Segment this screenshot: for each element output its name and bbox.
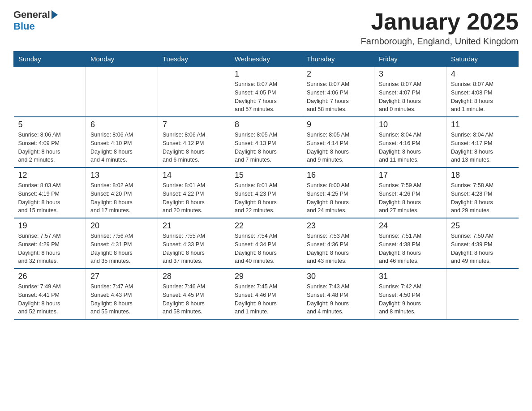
day-info: Sunrise: 8:04 AM Sunset: 4:16 PM Dayligh…	[379, 131, 442, 164]
day-number: 24	[379, 221, 442, 231]
day-number: 18	[451, 171, 514, 180]
day-cell	[158, 67, 230, 117]
day-number: 26	[18, 272, 82, 281]
day-info: Sunrise: 8:02 AM Sunset: 4:20 PM Dayligh…	[90, 181, 153, 215]
day-cell: 27Sunrise: 7:47 AM Sunset: 4:43 PM Dayli…	[86, 269, 158, 319]
day-cell: 2Sunrise: 8:07 AM Sunset: 4:06 PM Daylig…	[302, 67, 374, 117]
day-cell: 18Sunrise: 7:58 AM Sunset: 4:28 PM Dayli…	[446, 167, 519, 218]
day-number: 7	[163, 120, 225, 129]
week-row-3: 12Sunrise: 8:03 AM Sunset: 4:19 PM Dayli…	[14, 167, 519, 218]
day-info: Sunrise: 7:45 AM Sunset: 4:46 PM Dayligh…	[235, 283, 297, 316]
day-number: 12	[18, 171, 82, 180]
day-number: 17	[379, 171, 442, 180]
day-number: 28	[163, 272, 225, 281]
day-info: Sunrise: 7:58 AM Sunset: 4:28 PM Dayligh…	[451, 181, 514, 215]
day-number: 22	[235, 221, 297, 231]
day-number: 13	[90, 171, 153, 180]
day-number: 20	[90, 221, 153, 231]
day-info: Sunrise: 7:59 AM Sunset: 4:26 PM Dayligh…	[379, 181, 442, 215]
day-cell: 10Sunrise: 8:04 AM Sunset: 4:16 PM Dayli…	[374, 117, 446, 167]
day-info: Sunrise: 7:56 AM Sunset: 4:31 PM Dayligh…	[90, 232, 153, 265]
header-friday: Friday	[374, 51, 446, 67]
day-info: Sunrise: 8:07 AM Sunset: 4:05 PM Dayligh…	[235, 80, 297, 114]
week-row-2: 5Sunrise: 8:06 AM Sunset: 4:09 PM Daylig…	[14, 117, 519, 167]
day-info: Sunrise: 8:07 AM Sunset: 4:06 PM Dayligh…	[307, 80, 369, 114]
day-cell: 16Sunrise: 8:00 AM Sunset: 4:25 PM Dayli…	[302, 167, 374, 218]
day-info: Sunrise: 7:53 AM Sunset: 4:36 PM Dayligh…	[307, 232, 369, 265]
day-cell: 8Sunrise: 8:05 AM Sunset: 4:13 PM Daylig…	[230, 117, 302, 167]
calendar-body: 1Sunrise: 8:07 AM Sunset: 4:05 PM Daylig…	[14, 67, 519, 320]
day-cell: 14Sunrise: 8:01 AM Sunset: 4:22 PM Dayli…	[158, 167, 230, 218]
day-number: 21	[163, 221, 225, 231]
day-info: Sunrise: 7:50 AM Sunset: 4:39 PM Dayligh…	[451, 232, 514, 265]
day-cell: 24Sunrise: 7:51 AM Sunset: 4:38 PM Dayli…	[374, 218, 446, 269]
day-cell: 23Sunrise: 7:53 AM Sunset: 4:36 PM Dayli…	[302, 218, 374, 269]
day-number: 1	[235, 69, 297, 79]
day-number: 15	[235, 171, 297, 180]
day-cell: 29Sunrise: 7:45 AM Sunset: 4:46 PM Dayli…	[230, 269, 302, 319]
day-number: 6	[90, 120, 153, 129]
day-number: 29	[235, 272, 297, 281]
day-cell: 5Sunrise: 8:06 AM Sunset: 4:09 PM Daylig…	[14, 117, 86, 167]
day-info: Sunrise: 7:46 AM Sunset: 4:45 PM Dayligh…	[163, 283, 225, 316]
day-number: 3	[379, 69, 442, 79]
day-cell: 1Sunrise: 8:07 AM Sunset: 4:05 PM Daylig…	[230, 67, 302, 117]
day-cell: 7Sunrise: 8:06 AM Sunset: 4:12 PM Daylig…	[158, 117, 230, 167]
day-cell: 6Sunrise: 8:06 AM Sunset: 4:10 PM Daylig…	[86, 117, 158, 167]
page-title: January 2025	[361, 9, 519, 34]
day-number: 30	[307, 272, 369, 281]
day-cell: 12Sunrise: 8:03 AM Sunset: 4:19 PM Dayli…	[14, 167, 86, 218]
day-number: 9	[307, 120, 369, 129]
day-number: 31	[379, 272, 442, 281]
day-info: Sunrise: 7:54 AM Sunset: 4:34 PM Dayligh…	[235, 232, 297, 265]
header-monday: Monday	[86, 51, 158, 67]
day-info: Sunrise: 8:00 AM Sunset: 4:25 PM Dayligh…	[307, 181, 369, 215]
day-cell: 17Sunrise: 7:59 AM Sunset: 4:26 PM Dayli…	[374, 167, 446, 218]
day-number: 8	[235, 120, 297, 129]
day-info: Sunrise: 7:47 AM Sunset: 4:43 PM Dayligh…	[90, 283, 153, 316]
logo-blue-text: Blue	[13, 21, 35, 32]
day-info: Sunrise: 8:05 AM Sunset: 4:14 PM Dayligh…	[307, 131, 369, 164]
day-info: Sunrise: 8:03 AM Sunset: 4:19 PM Dayligh…	[18, 181, 82, 215]
header-row: SundayMondayTuesdayWednesdayThursdayFrid…	[14, 51, 519, 67]
day-cell: 26Sunrise: 7:49 AM Sunset: 4:41 PM Dayli…	[14, 269, 86, 319]
day-number: 4	[451, 69, 514, 79]
day-cell: 9Sunrise: 8:05 AM Sunset: 4:14 PM Daylig…	[302, 117, 374, 167]
day-info: Sunrise: 7:42 AM Sunset: 4:50 PM Dayligh…	[379, 283, 442, 316]
day-info: Sunrise: 8:01 AM Sunset: 4:22 PM Dayligh…	[163, 181, 225, 215]
day-number: 11	[451, 120, 514, 129]
day-info: Sunrise: 7:43 AM Sunset: 4:48 PM Dayligh…	[307, 283, 369, 316]
day-info: Sunrise: 8:05 AM Sunset: 4:13 PM Dayligh…	[235, 131, 297, 164]
day-cell	[86, 67, 158, 117]
day-cell: 19Sunrise: 7:57 AM Sunset: 4:29 PM Dayli…	[14, 218, 86, 269]
day-number: 2	[307, 69, 369, 79]
day-cell: 11Sunrise: 8:04 AM Sunset: 4:17 PM Dayli…	[446, 117, 519, 167]
day-cell: 25Sunrise: 7:50 AM Sunset: 4:39 PM Dayli…	[446, 218, 519, 269]
header: General Blue January 2025 Farnborough, E…	[13, 9, 519, 47]
logo: General Blue	[13, 9, 59, 32]
day-cell: 28Sunrise: 7:46 AM Sunset: 4:45 PM Dayli…	[158, 269, 230, 319]
day-number: 27	[90, 272, 153, 281]
day-cell: 31Sunrise: 7:42 AM Sunset: 4:50 PM Dayli…	[374, 269, 446, 319]
day-info: Sunrise: 7:51 AM Sunset: 4:38 PM Dayligh…	[379, 232, 442, 265]
day-cell: 21Sunrise: 7:55 AM Sunset: 4:33 PM Dayli…	[158, 218, 230, 269]
day-info: Sunrise: 8:01 AM Sunset: 4:23 PM Dayligh…	[235, 181, 297, 215]
day-number: 25	[451, 221, 514, 231]
header-sunday: Sunday	[14, 51, 86, 67]
day-cell: 3Sunrise: 8:07 AM Sunset: 4:07 PM Daylig…	[374, 67, 446, 117]
day-info: Sunrise: 8:06 AM Sunset: 4:12 PM Dayligh…	[163, 131, 225, 164]
day-number: 10	[379, 120, 442, 129]
day-info: Sunrise: 7:55 AM Sunset: 4:33 PM Dayligh…	[163, 232, 225, 265]
day-number: 19	[18, 221, 82, 231]
day-number: 5	[18, 120, 82, 129]
day-cell: 4Sunrise: 8:07 AM Sunset: 4:08 PM Daylig…	[446, 67, 519, 117]
day-number: 23	[307, 221, 369, 231]
day-number: 14	[163, 171, 225, 180]
day-cell: 20Sunrise: 7:56 AM Sunset: 4:31 PM Dayli…	[86, 218, 158, 269]
header-thursday: Thursday	[302, 51, 374, 67]
day-info: Sunrise: 7:57 AM Sunset: 4:29 PM Dayligh…	[18, 232, 82, 265]
header-saturday: Saturday	[446, 51, 519, 67]
day-info: Sunrise: 7:49 AM Sunset: 4:41 PM Dayligh…	[18, 283, 82, 316]
week-row-5: 26Sunrise: 7:49 AM Sunset: 4:41 PM Dayli…	[14, 269, 519, 319]
day-cell: 30Sunrise: 7:43 AM Sunset: 4:48 PM Dayli…	[302, 269, 374, 319]
